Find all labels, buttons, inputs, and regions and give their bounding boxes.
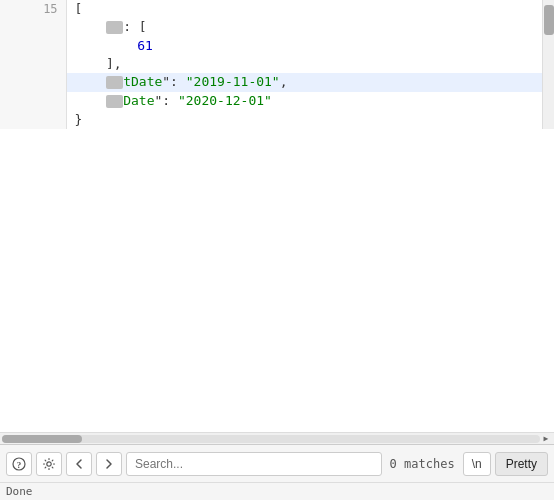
horizontal-scrollbar[interactable]: ▶ <box>0 432 554 444</box>
scroll-right-btn[interactable]: ▶ <box>540 433 552 445</box>
line-number <box>0 55 66 73</box>
line-code: ], <box>66 55 554 73</box>
pretty-button[interactable]: Pretty <box>495 452 548 476</box>
line-code: 61 <box>66 37 554 55</box>
code-editor: 15 [ : [ 61 ], <box>0 0 554 444</box>
line-number <box>0 92 66 111</box>
table-row: 15 [ <box>0 0 554 18</box>
code-content[interactable]: 15 [ : [ 61 ], <box>0 0 554 432</box>
newline-button[interactable]: \n <box>463 452 491 476</box>
forward-button[interactable] <box>96 452 122 476</box>
code-table: 15 [ : [ 61 ], <box>0 0 554 129</box>
svg-point-2 <box>47 461 51 465</box>
line-number <box>0 73 66 92</box>
matches-label: 0 matches <box>386 457 459 471</box>
settings-button[interactable] <box>36 452 62 476</box>
line-number <box>0 37 66 55</box>
table-row: ], <box>0 55 554 73</box>
back-button[interactable] <box>66 452 92 476</box>
scrollbar-thumb-h[interactable] <box>2 435 82 443</box>
status-bar: Done <box>0 482 554 500</box>
svg-text:?: ? <box>17 460 22 470</box>
line-code: [ <box>66 0 554 18</box>
bottom-toolbar: ? 0 matches \n Pretty <box>0 444 554 482</box>
line-number: 15 <box>0 0 66 18</box>
line-number <box>0 111 66 129</box>
line-code: Date": "2020-12-01" <box>66 92 554 111</box>
table-row: 61 <box>0 37 554 55</box>
table-row: : [ <box>0 18 554 37</box>
search-input[interactable] <box>126 452 382 476</box>
scrollbar-thumb[interactable] <box>544 5 554 35</box>
line-code: } <box>66 111 554 129</box>
table-row: tDate": "2019-11-01", <box>0 73 554 92</box>
scrollbar-track[interactable] <box>2 435 540 443</box>
line-code: tDate": "2019-11-01", <box>66 73 554 92</box>
line-code: : [ <box>66 18 554 37</box>
table-row: } <box>0 111 554 129</box>
vertical-scrollbar[interactable] <box>542 0 554 129</box>
help-button[interactable]: ? <box>6 452 32 476</box>
table-row: Date": "2020-12-01" <box>0 92 554 111</box>
status-text: Done <box>6 485 33 498</box>
line-number <box>0 18 66 37</box>
